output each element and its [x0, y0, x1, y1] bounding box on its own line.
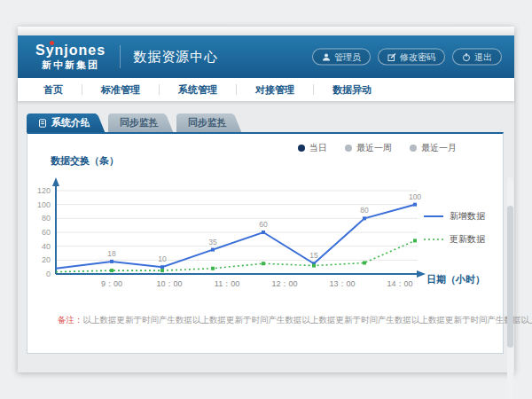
svg-text:11：00: 11：00 — [215, 279, 239, 288]
svg-text:40: 40 — [42, 242, 51, 251]
svg-text:80: 80 — [360, 206, 369, 215]
svg-text:10: 10 — [158, 254, 167, 263]
svg-text:80: 80 — [42, 214, 51, 223]
browser-top-strip — [18, 27, 514, 35]
filter-label: 当日 — [309, 142, 327, 154]
legend-dotted-line-icon — [424, 237, 443, 242]
filter-label: 最近一周 — [356, 142, 392, 154]
svg-text:60: 60 — [42, 228, 51, 237]
nav-item-home[interactable]: 首页 — [25, 83, 82, 97]
admin-user-label: 管理员 — [334, 51, 361, 63]
filter-today[interactable]: 当日 — [298, 142, 327, 154]
svg-text:0: 0 — [46, 270, 51, 278]
radio-selected-icon — [298, 145, 305, 152]
footnote-text: 以上数据更新于时间产生数据以上数据更新于时间产生数据以上数据更新于时间产生数据以… — [83, 315, 532, 325]
logo-red-dot-icon — [50, 41, 54, 45]
content-area: 系统介绍 同步监控 同步监控 当日 最近一周 — [18, 101, 514, 372]
logout-button[interactable]: 退出 — [452, 49, 502, 66]
svg-text:13：00: 13：00 — [329, 279, 355, 288]
main-nav: 首页 标准管理 系统管理 对接管理 数据异动 — [18, 78, 514, 101]
radio-unselected-icon — [345, 145, 352, 152]
edit-icon — [387, 52, 396, 61]
header-divider — [120, 45, 121, 68]
change-password-label: 修改密码 — [400, 51, 435, 63]
legend-item-new-data: 新增数据 — [424, 210, 485, 223]
scrollbar-thumb[interactable] — [507, 206, 513, 348]
svg-text:10：00: 10：00 — [156, 279, 182, 288]
change-password-button[interactable]: 修改密码 — [378, 49, 445, 66]
logo-wordmark: Synjones — [35, 43, 106, 58]
tab-system-intro[interactable]: 系统介绍 — [27, 113, 96, 132]
legend-solid-line-icon — [424, 214, 443, 219]
legend-label: 新增数据 — [450, 210, 485, 223]
logout-label: 退出 — [474, 51, 492, 63]
nav-item-data-change[interactable]: 数据异动 — [314, 83, 390, 97]
footnote-label: 备注： — [58, 315, 83, 325]
tab-label: 系统介绍 — [51, 116, 90, 129]
logo-text: Synjones — [35, 43, 106, 58]
svg-text:18: 18 — [107, 249, 116, 258]
nav-item-system-mgmt[interactable]: 系统管理 — [160, 83, 236, 97]
line-chart: 0204060801001209：0010：0011：0012：0013：001… — [27, 169, 435, 302]
user-actions: 管理员 修改密码 退出 — [312, 49, 502, 66]
svg-text:9：00: 9：00 — [101, 279, 122, 288]
y-axis-title: 数据交换（条） — [51, 154, 119, 168]
svg-text:20: 20 — [42, 255, 51, 264]
radio-unselected-icon — [410, 145, 417, 152]
logo: Synjones 新中新集团 — [35, 43, 106, 70]
svg-text:120: 120 — [37, 186, 51, 195]
svg-text:60: 60 — [259, 220, 268, 229]
app-header: Synjones 新中新集团 数据资源中心 管理员 修改密码 — [18, 35, 514, 78]
tab-bar: 系统介绍 同步监控 同步监控 — [27, 113, 245, 132]
tab-sync-monitor-2[interactable]: 同步监控 — [176, 113, 232, 132]
tab-label: 同步监控 — [120, 116, 159, 129]
user-icon — [322, 52, 331, 61]
document-icon — [38, 119, 47, 128]
svg-text:35: 35 — [208, 238, 217, 246]
legend-item-updated-data: 更新数据 — [424, 233, 485, 246]
time-range-filters: 当日 最近一周 最近一月 — [298, 142, 457, 154]
tab-label: 同步监控 — [188, 116, 227, 129]
app-title: 数据资源中心 — [133, 49, 218, 66]
svg-text:100: 100 — [37, 200, 51, 209]
logo-subtext: 新中新集团 — [35, 60, 106, 70]
app-window: Synjones 新中新集团 数据资源中心 管理员 修改密码 — [18, 27, 514, 372]
logout-icon — [462, 52, 471, 61]
chart-legend: 新增数据 更新数据 — [424, 210, 485, 256]
x-axis-title: 日期（小时） — [426, 273, 485, 286]
svg-text:12：00: 12：00 — [271, 279, 297, 288]
footnote: 备注：以上数据更新于时间产生数据以上数据更新于时间产生数据以上数据更新于时间产生… — [58, 315, 532, 326]
legend-label: 更新数据 — [450, 233, 485, 246]
nav-item-interface-mgmt[interactable]: 对接管理 — [237, 83, 313, 97]
admin-user-button[interactable]: 管理员 — [312, 49, 371, 66]
filter-last-week[interactable]: 最近一周 — [345, 142, 392, 154]
nav-item-standard-mgmt[interactable]: 标准管理 — [82, 83, 159, 97]
filter-label: 最近一月 — [421, 142, 457, 154]
svg-text:100: 100 — [409, 192, 421, 201]
filter-last-month[interactable]: 最近一月 — [410, 142, 457, 154]
svg-text:15: 15 — [309, 251, 318, 260]
tab-sync-monitor-1[interactable]: 同步监控 — [108, 113, 164, 132]
svg-text:14：00: 14：00 — [387, 279, 412, 288]
chart-panel: 当日 最近一周 最近一月 数据交换（条） 0204060801001209：00… — [27, 132, 504, 354]
